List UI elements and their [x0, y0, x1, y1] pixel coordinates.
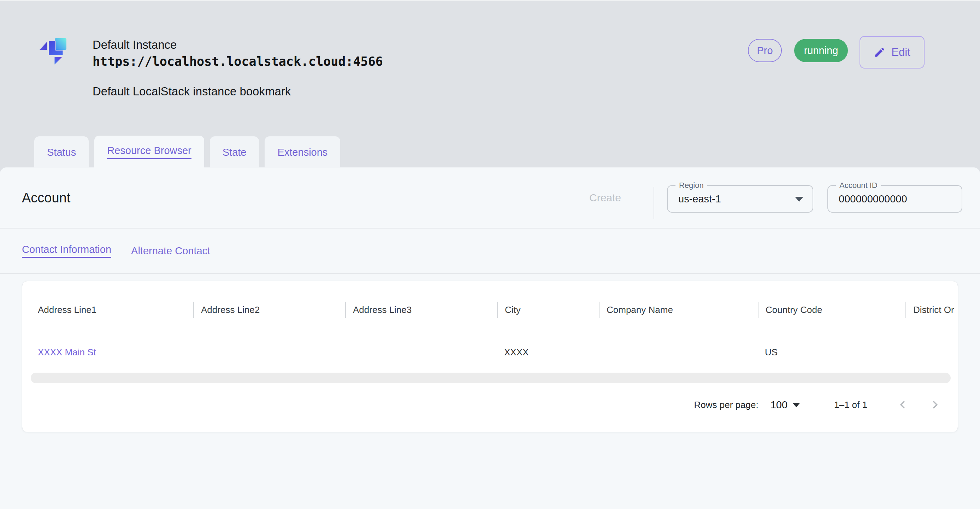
region-select-value: us-east-1	[678, 193, 721, 205]
chevron-right-icon	[928, 397, 943, 413]
rows-per-page-select[interactable]: 100	[770, 399, 800, 411]
tab-extensions[interactable]: Extensions	[265, 136, 340, 168]
pencil-icon	[873, 46, 886, 58]
cell-district	[905, 344, 958, 360]
main-tabs: Status Resource Browser State Extensions	[34, 136, 340, 168]
pagination-range: 1–1 of 1	[834, 399, 867, 410]
instance-url: https://localhost.localstack.cloud:4566	[92, 54, 383, 68]
page-title: Account	[22, 190, 70, 205]
dropdown-arrow-icon	[795, 197, 803, 202]
tab-status-label: Status	[47, 146, 76, 158]
cell-city: XXXX	[497, 344, 599, 360]
column-header-city: City	[497, 302, 599, 318]
localstack-logo-icon	[34, 32, 80, 79]
column-header-address-line3: Address Line3	[345, 302, 497, 318]
resource-subtabs: Contact Information Alternate Contact	[0, 229, 980, 274]
tab-resource-browser-label: Resource Browser	[107, 145, 191, 159]
cell-address-line1-link[interactable]: XXXX Main St	[38, 344, 193, 360]
column-header-district: District Or	[905, 302, 958, 318]
rows-per-page-label: Rows per page:	[694, 399, 759, 410]
column-header-company-name: Company Name	[599, 302, 758, 318]
previous-page-button[interactable]	[894, 396, 911, 413]
chevron-left-icon	[895, 397, 910, 413]
resource-header: Account Create Region us-east-1 Account …	[0, 167, 980, 229]
tab-state-label: State	[223, 146, 247, 158]
vertical-divider	[654, 187, 654, 219]
table-header-row: Address Line1 Address Line2 Address Line…	[38, 302, 958, 318]
cell-company-name	[599, 344, 758, 360]
tab-status[interactable]: Status	[34, 136, 89, 168]
column-header-country-code: Country Code	[758, 302, 905, 318]
subtab-alternate-contact[interactable]: Alternate Contact	[131, 245, 210, 257]
edit-button[interactable]: Edit	[859, 36, 924, 68]
tab-state[interactable]: State	[210, 136, 259, 168]
table-row[interactable]: XXXX Main St XXXX US	[38, 344, 958, 360]
pro-badge: Pro	[748, 39, 782, 62]
cell-address-line3	[345, 344, 497, 360]
content-panel: Account Create Region us-east-1 Account …	[0, 167, 980, 509]
next-page-button[interactable]	[927, 396, 943, 413]
account-id-field[interactable]: Account ID 000000000000	[827, 185, 963, 213]
account-id-value: 000000000000	[839, 193, 907, 205]
account-id-label: Account ID	[836, 180, 881, 191]
cell-country-code: US	[758, 344, 905, 360]
cell-address-line2	[193, 344, 345, 360]
localstack-app-window: Default Instance https://localhost.local…	[0, 0, 980, 509]
horizontal-scrollbar[interactable]	[31, 373, 951, 383]
tab-resource-browser[interactable]: Resource Browser	[94, 136, 204, 168]
instance-subtitle: Default LocalStack instance bookmark	[92, 85, 291, 98]
region-select-label: Region	[676, 180, 707, 191]
column-header-address-line2: Address Line2	[193, 302, 345, 318]
tab-extensions-label: Extensions	[277, 146, 328, 158]
edit-button-label: Edit	[891, 46, 910, 59]
instance-title: Default Instance	[92, 38, 177, 52]
subtab-contact-information[interactable]: Contact Information	[22, 244, 111, 258]
column-header-address-line1: Address Line1	[38, 302, 193, 318]
create-button[interactable]: Create	[589, 192, 621, 204]
status-badge: running	[794, 39, 848, 62]
data-table-card: Address Line1 Address Line2 Address Line…	[22, 281, 958, 433]
rows-per-page-value: 100	[770, 399, 788, 411]
caret-down-icon	[792, 403, 800, 407]
table-pagination: Rows per page: 100 1–1 of 1	[694, 395, 943, 415]
region-select[interactable]: Region us-east-1	[667, 185, 813, 213]
